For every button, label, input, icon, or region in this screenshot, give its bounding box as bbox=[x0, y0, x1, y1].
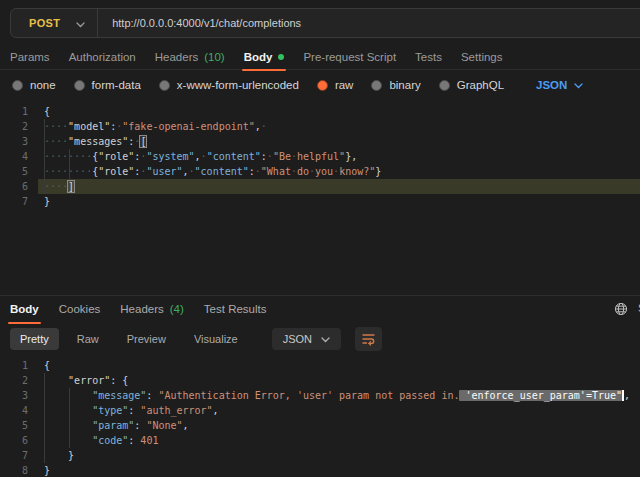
line-number: 6 bbox=[0, 179, 28, 194]
code-line-3[interactable]: 3····"messages":·[ bbox=[0, 134, 640, 149]
code-content: ········{"role":·"system",·"content":·"B… bbox=[28, 149, 357, 164]
response-body-viewer[interactable]: 1{2 "error": {3 "message": "Authenticati… bbox=[0, 356, 640, 477]
wrap-lines-button[interactable] bbox=[355, 327, 382, 351]
line-number: 2 bbox=[0, 373, 28, 388]
code-token: {"role" bbox=[92, 151, 134, 162]
code-line-1[interactable]: 1{ bbox=[0, 358, 640, 373]
view-visualize[interactable]: Visualize bbox=[184, 328, 248, 350]
code-content: "message": "Authentication Error, 'user'… bbox=[28, 388, 630, 403]
code-content: } bbox=[28, 448, 74, 463]
url-input[interactable]: http://0.0.0.0:4000/v1/chat/completions bbox=[98, 17, 301, 29]
code-token: { bbox=[44, 360, 50, 371]
body-modified-dot-icon bbox=[278, 54, 284, 60]
indent-guide bbox=[44, 119, 45, 194]
tab-settings[interactable]: Settings bbox=[461, 44, 503, 70]
line-number: 4 bbox=[0, 403, 28, 418]
line-number: 2 bbox=[0, 119, 28, 134]
response-tab-icons bbox=[614, 296, 628, 323]
response-tab-body[interactable]: Body bbox=[10, 296, 39, 323]
code-line-4[interactable]: 4········{"role":·"system",·"content":·"… bbox=[0, 149, 640, 164]
code-content: ····] bbox=[28, 179, 74, 194]
code-content: ········{"role":·"user",·"content":·"Wha… bbox=[28, 164, 381, 179]
code-line-6[interactable]: 6 "code": 401 bbox=[0, 433, 640, 448]
code-token: [ bbox=[140, 136, 146, 147]
tab-tests-label: Tests bbox=[415, 51, 442, 63]
code-line-4[interactable]: 4 "type": "auth_error", bbox=[0, 403, 640, 418]
code-line-2[interactable]: 2 "error": { bbox=[0, 373, 640, 388]
method-dropdown[interactable]: POST bbox=[11, 9, 97, 37]
radio-icon bbox=[159, 80, 170, 91]
tab-headers[interactable]: Headers(10) bbox=[155, 44, 225, 70]
body-type-graphql[interactable]: GraphQL bbox=[439, 79, 504, 91]
body-type-label: none bbox=[30, 79, 56, 91]
code-token: do bbox=[297, 166, 309, 177]
tab-authorization-label: Authorization bbox=[69, 51, 136, 63]
code-token: } bbox=[68, 450, 74, 461]
view-raw[interactable]: Raw bbox=[67, 328, 109, 350]
request-url-bar: POST http://0.0.0.0:4000/v1/chat/complet… bbox=[10, 8, 640, 38]
response-tab-test-results[interactable]: Test Results bbox=[204, 296, 267, 323]
tab-authorization[interactable]: Authorization bbox=[69, 44, 136, 70]
body-type-form-data[interactable]: form-data bbox=[74, 79, 141, 91]
code-token: "messages" bbox=[68, 136, 128, 147]
tab-params[interactable]: Params bbox=[10, 44, 50, 70]
code-token: ···· bbox=[44, 136, 68, 147]
radio-icon bbox=[12, 80, 23, 91]
code-line-8[interactable]: 8} bbox=[0, 463, 640, 477]
code-token: } bbox=[44, 196, 50, 207]
code-line-6[interactable]: 6····] bbox=[0, 179, 640, 194]
code-token: {"role" bbox=[92, 166, 134, 177]
view-preview[interactable]: Preview bbox=[117, 328, 176, 350]
method-label: POST bbox=[29, 17, 60, 29]
body-type-label: form-data bbox=[92, 79, 141, 91]
request-language-label: JSON bbox=[536, 79, 567, 91]
body-type-raw[interactable]: raw bbox=[317, 79, 354, 91]
line-number: 1 bbox=[0, 358, 28, 373]
code-line-1[interactable]: 1{ bbox=[0, 104, 640, 119]
code-line-7[interactable]: 7 } bbox=[0, 448, 640, 463]
code-line-7[interactable]: 7} bbox=[0, 194, 640, 209]
chevron-down-icon bbox=[76, 14, 85, 32]
selected-text: 'enforce_user_param'=True" bbox=[459, 390, 622, 401]
code-token: "type" bbox=[92, 405, 128, 416]
tab-pre-request-script[interactable]: Pre-request Script bbox=[303, 44, 396, 70]
indent-guide bbox=[44, 373, 45, 463]
line-number: 7 bbox=[0, 194, 28, 209]
line-number: 4 bbox=[0, 149, 28, 164]
code-content: "param": "None", bbox=[28, 418, 189, 433]
code-token: "Authentication Error, 'user' param not … bbox=[158, 390, 459, 401]
body-type-none[interactable]: none bbox=[12, 79, 56, 91]
code-line-5[interactable]: 5 "param": "None", bbox=[0, 418, 640, 433]
code-token: "auth_error" bbox=[140, 405, 212, 416]
code-token: ···· bbox=[44, 181, 68, 192]
code-token: } bbox=[375, 166, 381, 177]
globe-icon[interactable] bbox=[614, 302, 628, 318]
code-content: } bbox=[28, 463, 50, 477]
code-token: "code" bbox=[92, 435, 128, 446]
code-token: "content" bbox=[207, 151, 261, 162]
code-token: "model" bbox=[68, 121, 110, 132]
radio-icon bbox=[371, 80, 382, 91]
code-line-2[interactable]: 2····"model":·"fake-openai-endpoint",· bbox=[0, 119, 640, 134]
view-pretty[interactable]: Pretty bbox=[10, 328, 59, 350]
tab-body-label: Body bbox=[244, 51, 273, 63]
request-body-editor[interactable]: 1{2····"model":·"fake-openai-endpoint",·… bbox=[0, 100, 640, 299]
code-token: , bbox=[213, 405, 219, 416]
request-language-dropdown[interactable]: JSON bbox=[536, 79, 583, 91]
body-type-x-www-form-urlencoded[interactable]: x-www-form-urlencoded bbox=[159, 79, 299, 91]
response-tab-cookies[interactable]: Cookies bbox=[59, 296, 101, 323]
code-line-5[interactable]: 5········{"role":·"user",·"content":·"Wh… bbox=[0, 164, 640, 179]
radio-icon bbox=[439, 80, 450, 91]
response-tab-headers[interactable]: Headers(4) bbox=[120, 296, 184, 323]
tab-body[interactable]: Body bbox=[244, 44, 285, 70]
indent-guide bbox=[69, 149, 70, 179]
code-content: "type": "auth_error", bbox=[28, 403, 219, 418]
response-view-row: PrettyRawPreviewVisualizeJSON bbox=[0, 324, 640, 354]
body-type-label: binary bbox=[389, 79, 420, 91]
code-line-3[interactable]: 3 "message": "Authentication Error, 'use… bbox=[0, 388, 640, 403]
radio-icon bbox=[74, 80, 85, 91]
tab-tests[interactable]: Tests bbox=[415, 44, 442, 70]
body-type-binary[interactable]: binary bbox=[371, 79, 420, 91]
code-content: ····"messages":·[ bbox=[28, 134, 146, 149]
response-language-dropdown[interactable]: JSON bbox=[272, 328, 341, 350]
